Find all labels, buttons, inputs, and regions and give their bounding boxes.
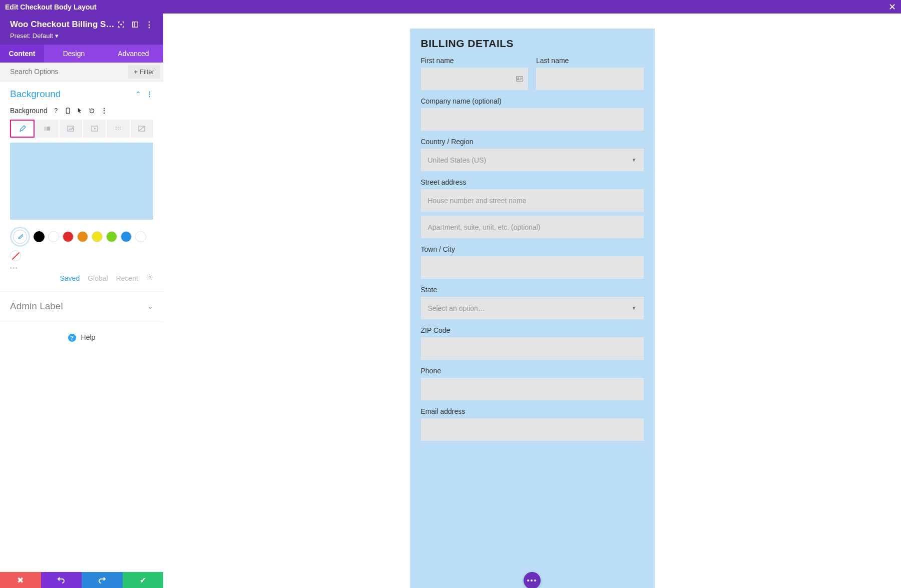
help-icon[interactable]: ? <box>53 107 60 114</box>
bg-tab-color[interactable] <box>10 120 35 138</box>
admin-label-title[interactable]: Admin Label <box>10 301 63 312</box>
input-company[interactable] <box>421 108 644 131</box>
section-admin-label: Admin Label ⌄ <box>0 291 163 321</box>
swatch-white-2[interactable] <box>135 231 146 242</box>
svg-point-13 <box>118 129 119 130</box>
label-first-name: First name <box>421 57 529 65</box>
module-fab-icon[interactable]: ••• <box>524 572 541 588</box>
app-bar-title: Edit Checkout Body Layout <box>5 3 97 11</box>
background-label: Background <box>10 107 48 115</box>
tab-design[interactable]: Design <box>44 45 104 63</box>
swatch-white-1[interactable] <box>48 231 59 242</box>
svg-point-12 <box>116 129 117 130</box>
color-preview[interactable] <box>10 143 153 220</box>
kebab-icon[interactable]: ⋮ <box>145 21 153 29</box>
filter-button[interactable]: + Filter <box>128 65 160 79</box>
cursor-icon[interactable] <box>77 107 84 114</box>
mobile-icon[interactable] <box>65 107 72 114</box>
bg-tab-mask[interactable] <box>131 120 153 138</box>
select-state[interactable]: Select an option… ▼ <box>421 297 644 319</box>
undo-button[interactable] <box>41 572 82 588</box>
help-badge-icon: ? <box>68 334 76 342</box>
label-email: Email address <box>421 407 644 415</box>
discard-button[interactable]: ✖ <box>0 572 41 588</box>
swatch-yellow[interactable] <box>92 231 103 242</box>
scan-icon[interactable] <box>117 21 125 29</box>
svg-point-0 <box>120 24 122 26</box>
recent-tab[interactable]: Recent <box>116 274 138 282</box>
app-bar: Edit Checkout Body Layout ✕ <box>0 0 901 14</box>
svg-point-16 <box>149 276 151 278</box>
saved-tab[interactable]: Saved <box>60 274 80 282</box>
search-row: + Filter <box>0 63 163 81</box>
close-icon[interactable]: ✕ <box>888 2 896 13</box>
module-title: Woo Checkout Billing Setti... <box>10 20 117 30</box>
bg-tab-image[interactable] <box>60 120 82 138</box>
redo-button[interactable] <box>82 572 123 588</box>
settings-panel: Woo Checkout Billing Setti... ⋮ Preset: … <box>0 14 163 572</box>
background-subrow: Background ? ⋮ <box>0 107 163 120</box>
swatch-orange[interactable] <box>77 231 88 242</box>
label-street: Street address <box>421 178 644 186</box>
swatch-more-icon[interactable]: ••• <box>0 265 163 271</box>
saved-row: Saved Global Recent <box>0 271 163 291</box>
columns-icon[interactable] <box>131 21 139 29</box>
eyedropper-active-wrap <box>10 227 30 247</box>
label-zip: ZIP Code <box>421 326 644 334</box>
label-phone: Phone <box>421 367 644 375</box>
label-country: Country / Region <box>421 138 644 146</box>
svg-point-4 <box>68 112 68 113</box>
label-last-name: Last name <box>536 57 644 65</box>
gear-icon[interactable] <box>146 274 153 282</box>
svg-rect-6 <box>44 127 47 131</box>
input-first-name[interactable] <box>421 68 529 90</box>
section-background-title[interactable]: Background <box>10 89 61 100</box>
more-icon[interactable]: ⋮ <box>101 107 108 114</box>
expand-icon[interactable]: ⌄ <box>147 302 153 310</box>
tab-content[interactable]: Content <box>0 45 44 63</box>
svg-point-11 <box>120 127 121 128</box>
eyedropper-icon[interactable] <box>13 230 27 244</box>
select-country-value: United States (US) <box>428 156 487 164</box>
panel-body: Background ⌃ ⋮ Background ? ⋮ <box>0 81 163 572</box>
reset-icon[interactable] <box>89 107 96 114</box>
input-email[interactable] <box>421 418 644 441</box>
input-street-2[interactable] <box>421 216 644 238</box>
input-phone[interactable] <box>421 378 644 400</box>
section-background: Background ⌃ ⋮ Background ? ⋮ <box>0 81 163 291</box>
label-city: Town / City <box>421 245 644 253</box>
module-header: Woo Checkout Billing Setti... ⋮ Preset: … <box>0 14 163 45</box>
contact-card-icon[interactable] <box>516 75 523 84</box>
help-row[interactable]: ? Help <box>0 321 163 354</box>
save-button[interactable]: ✔ <box>123 572 164 588</box>
caret-down-icon: ▼ <box>632 157 637 163</box>
search-input[interactable] <box>0 63 128 81</box>
input-street-1[interactable] <box>421 189 644 212</box>
bg-tab-pattern[interactable] <box>107 120 129 138</box>
svg-rect-1 <box>133 22 138 28</box>
section-menu-icon[interactable]: ⋮ <box>146 90 153 98</box>
svg-point-18 <box>518 78 519 79</box>
swatch-black[interactable] <box>34 231 45 242</box>
collapse-icon[interactable]: ⌃ <box>135 90 141 98</box>
label-state: State <box>421 286 644 294</box>
bg-tab-gradient[interactable] <box>36 120 58 138</box>
billing-title: BILLING DETAILS <box>421 38 644 50</box>
input-zip[interactable] <box>421 337 644 360</box>
swatch-none[interactable] <box>10 250 21 261</box>
preset-dropdown[interactable]: Preset: Default ▾ <box>10 32 153 40</box>
input-city[interactable] <box>421 256 644 279</box>
swatch-green[interactable] <box>106 231 117 242</box>
global-tab[interactable]: Global <box>88 274 108 282</box>
select-country[interactable]: United States (US) ▼ <box>421 149 644 171</box>
input-last-name[interactable] <box>536 68 644 90</box>
swatch-blue[interactable] <box>121 231 132 242</box>
bg-tab-video[interactable] <box>83 120 106 138</box>
swatch-red[interactable] <box>63 231 74 242</box>
tab-advanced[interactable]: Advanced <box>104 45 163 63</box>
billing-module: BILLING DETAILS First name Last name Com… <box>410 29 655 588</box>
canvas: BILLING DETAILS First name Last name Com… <box>163 14 901 588</box>
svg-point-14 <box>120 129 121 130</box>
background-type-tabs <box>0 120 163 143</box>
panel-tabs: Content Design Advanced <box>0 45 163 63</box>
